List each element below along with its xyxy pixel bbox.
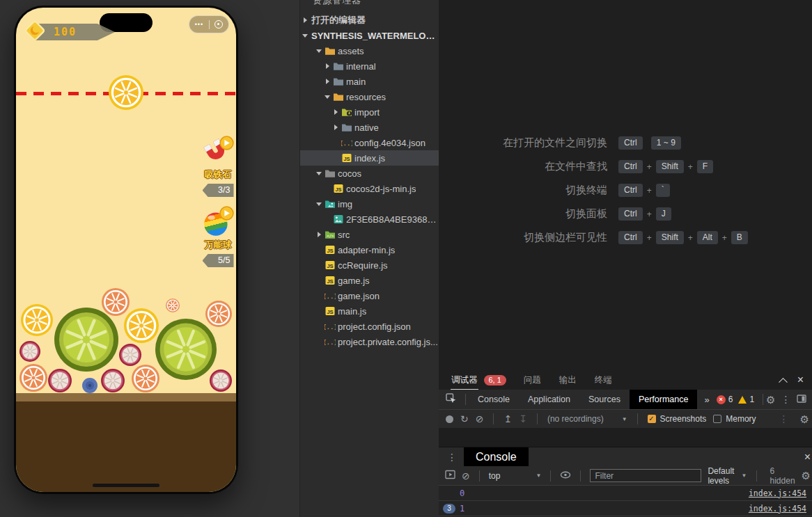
screenshots-checkbox[interactable]: ✓ Screenshots bbox=[648, 414, 707, 424]
perf-kebab-icon[interactable]: ⋮ bbox=[779, 413, 789, 424]
eye-icon[interactable] bbox=[560, 470, 571, 482]
reload-and-record-icon[interactable]: ↻ bbox=[460, 414, 469, 424]
tree-folder-internal[interactable]: internal bbox=[300, 58, 439, 74]
more-tabs-chevron[interactable]: » bbox=[704, 395, 709, 405]
project-root-folder[interactable]: SYNTHESIS_WATERMELON-MAIN bbox=[300, 28, 439, 43]
devtools-tab-performance[interactable]: Performance bbox=[630, 390, 698, 409]
tree-item-label: 2F3E6B8A4BE936870... bbox=[346, 214, 439, 225]
devtools-tab-sources[interactable]: Sources bbox=[579, 390, 630, 409]
tree-folder-native[interactable]: native bbox=[300, 120, 439, 135]
panel-tab-输出[interactable]: 输出 bbox=[559, 370, 577, 390]
log-levels-select[interactable]: Default levels ▼ bbox=[708, 466, 747, 486]
recordings-select[interactable]: (no recordings) ▼ bbox=[547, 414, 627, 424]
tree-file-game-json[interactable]: {..}game.json bbox=[300, 288, 439, 303]
inspect-element-icon[interactable] bbox=[446, 393, 456, 406]
warning-count-icon[interactable] bbox=[738, 396, 747, 404]
divider bbox=[637, 413, 638, 424]
powerup-magnet[interactable]: 吸铁石3/3 bbox=[201, 135, 235, 197]
shortcut-keys: Ctrl+Shift+F bbox=[618, 160, 748, 173]
source-location-link[interactable]: index.js:454 bbox=[749, 488, 806, 498]
console-filter-input[interactable] bbox=[590, 469, 701, 482]
phone-frame: 100 ••• 吸铁石3/3 万能球5/5 bbox=[14, 6, 238, 494]
tree-folder-cocos[interactable]: cocos bbox=[300, 166, 439, 181]
clear-recordings-icon[interactable]: ⊘ bbox=[476, 414, 484, 424]
file-tree: assetsinternalmainresources importnative… bbox=[300, 43, 439, 349]
drawer-menu-kebab-icon[interactable]: ⋮ bbox=[447, 452, 457, 463]
devtools-menu-kebab-icon[interactable]: ⋮ bbox=[781, 394, 791, 405]
clear-console-icon[interactable]: ⊘ bbox=[462, 471, 470, 481]
tree-file-project-private-config-js-[interactable]: {..}project.private.config.js... bbox=[300, 334, 439, 349]
powerup-count-banner: 5/5 bbox=[203, 254, 234, 267]
keycap: ` bbox=[656, 184, 670, 197]
wechat-devtools-window: 100 ••• 吸铁石3/3 万能球5/5 bbox=[0, 0, 812, 517]
panel-tab-终端[interactable]: 终端 bbox=[594, 370, 613, 390]
tree-item-label: ccRequire.js bbox=[338, 260, 388, 271]
console-log-message: 1 bbox=[460, 504, 464, 514]
fruit-orange bbox=[132, 365, 159, 392]
close-panel-icon[interactable]: × bbox=[797, 374, 804, 385]
panel-tab-label: 终端 bbox=[594, 370, 613, 390]
memory-checkbox[interactable]: Memory bbox=[713, 414, 756, 424]
tree-folder-import[interactable]: import bbox=[300, 104, 439, 120]
console-toolbar: ⊘ top ▼ Default levels ▼ 6 hidden ⚙ bbox=[439, 466, 812, 486]
record-button[interactable] bbox=[446, 415, 453, 423]
tree-file-ccrequire-js[interactable]: JSccRequire.js bbox=[300, 257, 439, 273]
devtools-settings-gear-icon[interactable]: ⚙ bbox=[766, 395, 775, 405]
devtools-tab-bar: ConsoleApplicationSourcesPerformance » ×… bbox=[439, 390, 812, 409]
plus-separator: + bbox=[688, 233, 693, 243]
svg-text:JS: JS bbox=[327, 263, 333, 269]
fruit-orange bbox=[205, 301, 232, 327]
tree-file-config-4e034-json[interactable]: {..}config.4e034.json bbox=[300, 135, 439, 150]
open-editors-section[interactable]: 打开的编辑器 bbox=[300, 13, 439, 28]
game-screen: 100 ••• 吸铁石3/3 万能球5/5 bbox=[16, 8, 236, 492]
drawer-close-icon[interactable]: × bbox=[804, 452, 811, 463]
exit-button[interactable] bbox=[214, 20, 223, 29]
error-count-icon[interactable]: × bbox=[717, 395, 726, 404]
devtools-tab-application[interactable]: Application bbox=[519, 390, 579, 409]
tree-folder-main[interactable]: main bbox=[300, 74, 439, 89]
svg-text:{..}: {..} bbox=[341, 140, 352, 147]
tree-file-cocos2d-js-min-js[interactable]: JScocos2d-js-min.js bbox=[300, 181, 439, 196]
tree-item-label: game.js bbox=[338, 276, 370, 286]
tree-file-index-js[interactable]: JSindex.js bbox=[300, 150, 439, 166]
tree-folder-img[interactable]: img bbox=[300, 196, 439, 212]
powerup-label: 万能球 bbox=[205, 239, 232, 251]
plus-separator: + bbox=[722, 233, 727, 243]
tree-file-game-js[interactable]: JSgame.js bbox=[300, 273, 439, 288]
maximize-panel-chevron-icon[interactable] bbox=[779, 377, 788, 386]
perf-settings-gear-icon[interactable]: ⚙ bbox=[800, 414, 809, 424]
powerup-rainbow-ball[interactable]: 万能球5/5 bbox=[201, 205, 235, 267]
checkbox-unchecked-icon bbox=[713, 415, 721, 423]
load-profile-icon[interactable]: ↥ bbox=[503, 414, 512, 424]
javascript-context-select[interactable]: top ▼ bbox=[489, 471, 542, 481]
warning-count: 1 bbox=[749, 395, 754, 404]
divider bbox=[479, 470, 480, 482]
explorer-sidebar: 资源管理器 打开的编辑器 SYNTHESIS_WATERMELON-MAIN a… bbox=[299, 0, 439, 517]
tree-file-adapter-min-js[interactable]: JSadapter-min.js bbox=[300, 242, 439, 257]
panel-tab-问题[interactable]: 问题 bbox=[523, 370, 542, 390]
tree-file-main-js[interactable]: JSmain.js bbox=[300, 303, 439, 319]
tree-folder-resources[interactable]: resources bbox=[300, 89, 439, 104]
svg-text:{..}: {..} bbox=[325, 339, 336, 346]
shortcut-label: 切换终端 bbox=[503, 184, 607, 197]
folder-src-icon: </> bbox=[324, 230, 336, 239]
panel-tab-调试器[interactable]: 调试器6, 1 bbox=[451, 370, 506, 390]
fruit-blueberry bbox=[82, 378, 97, 393]
tree-folder-assets[interactable]: assets bbox=[300, 43, 439, 58]
save-profile-icon[interactable]: ↧ bbox=[519, 414, 527, 424]
source-location-link[interactable]: index.js:454 bbox=[749, 504, 806, 514]
tree-file-2f3e6b8a4be936870-[interactable]: 2F3E6B8A4BE936870... bbox=[300, 212, 439, 227]
fruit-lime bbox=[155, 319, 217, 380]
console-settings-gear-icon[interactable]: ⚙ bbox=[802, 470, 811, 481]
tree-folder-src[interactable]: </>src bbox=[300, 227, 439, 242]
tree-file-project-config-json[interactable]: {..}project.config.json bbox=[300, 319, 439, 334]
console-sidebar-toggle-icon[interactable] bbox=[445, 470, 455, 482]
powerup-label: 吸铁石 bbox=[205, 168, 232, 181]
devtools-tab-console[interactable]: Console bbox=[469, 390, 519, 409]
folder-assets-icon bbox=[324, 46, 336, 56]
dock-side-icon[interactable] bbox=[797, 394, 806, 406]
more-menu-button[interactable]: ••• bbox=[195, 22, 203, 28]
drawer-tab-console[interactable]: Console bbox=[464, 447, 529, 466]
divider bbox=[465, 394, 466, 405]
console-log-row: 31index.js:454 bbox=[439, 501, 812, 516]
